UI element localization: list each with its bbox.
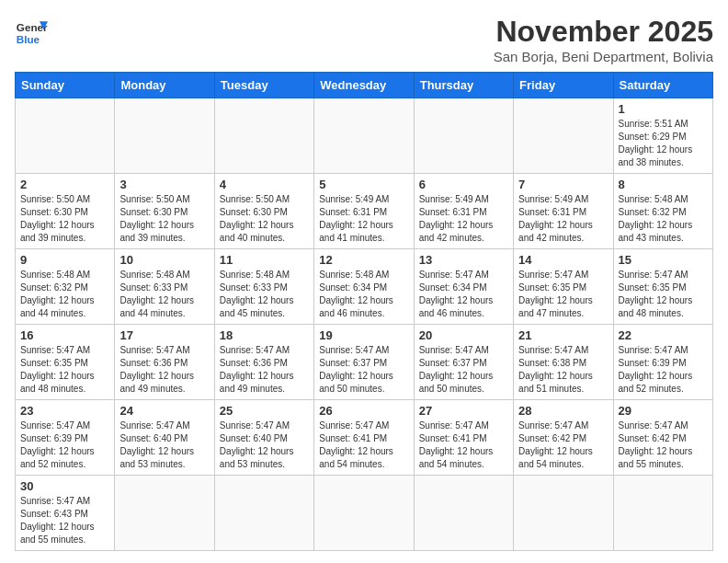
day-number: 14 (518, 253, 608, 267)
page-header: General Blue November 2025 San Borja, Be… (15, 15, 713, 64)
calendar-cell: 7Sunrise: 5:49 AM Sunset: 6:31 PM Daylig… (514, 174, 613, 249)
day-number: 13 (419, 253, 508, 267)
calendar-cell (214, 98, 313, 174)
calendar-cell (16, 98, 115, 174)
day-info: Sunrise: 5:50 AM Sunset: 6:30 PM Dayligh… (20, 193, 109, 245)
calendar-cell (514, 98, 613, 174)
day-info: Sunrise: 5:47 AM Sunset: 6:39 PM Dayligh… (20, 419, 109, 471)
day-number: 2 (20, 178, 109, 191)
calendar-cell: 28Sunrise: 5:47 AM Sunset: 6:42 PM Dayli… (514, 400, 613, 476)
day-number: 5 (319, 178, 408, 191)
day-info: Sunrise: 5:49 AM Sunset: 6:31 PM Dayligh… (319, 193, 408, 245)
day-number: 12 (319, 253, 408, 267)
calendar-cell: 3Sunrise: 5:50 AM Sunset: 6:30 PM Daylig… (115, 174, 214, 249)
day-info: Sunrise: 5:47 AM Sunset: 6:39 PM Dayligh… (619, 344, 708, 396)
calendar-cell: 1Sunrise: 5:51 AM Sunset: 6:29 PM Daylig… (613, 98, 712, 174)
day-number: 17 (119, 328, 209, 342)
calendar-cell: 17Sunrise: 5:47 AM Sunset: 6:36 PM Dayli… (115, 325, 214, 400)
day-info: Sunrise: 5:47 AM Sunset: 6:40 PM Dayligh… (220, 419, 309, 471)
calendar-cell: 14Sunrise: 5:47 AM Sunset: 6:35 PM Dayli… (514, 249, 613, 325)
day-number: 22 (619, 328, 708, 342)
day-number: 28 (518, 404, 608, 418)
column-header-friday: Friday (514, 73, 613, 98)
column-header-tuesday: Tuesday (214, 73, 313, 98)
calendar-cell: 26Sunrise: 5:47 AM Sunset: 6:41 PM Dayli… (314, 400, 414, 476)
day-info: Sunrise: 5:47 AM Sunset: 6:35 PM Dayligh… (20, 344, 109, 396)
calendar-cell: 6Sunrise: 5:49 AM Sunset: 6:31 PM Daylig… (414, 174, 513, 249)
day-number: 4 (220, 178, 309, 191)
calendar-cell (314, 476, 414, 551)
generalblue-logo-icon: General Blue (15, 15, 48, 48)
calendar-cell: 20Sunrise: 5:47 AM Sunset: 6:37 PM Dayli… (414, 325, 513, 400)
calendar-cell: 23Sunrise: 5:47 AM Sunset: 6:39 PM Dayli… (16, 400, 115, 476)
calendar-cell (115, 98, 214, 174)
calendar-cell: 22Sunrise: 5:47 AM Sunset: 6:39 PM Dayli… (613, 325, 712, 400)
calendar-cell: 18Sunrise: 5:47 AM Sunset: 6:36 PM Dayli… (214, 325, 313, 400)
day-info: Sunrise: 5:47 AM Sunset: 6:37 PM Dayligh… (419, 344, 508, 396)
calendar-cell: 25Sunrise: 5:47 AM Sunset: 6:40 PM Dayli… (214, 400, 313, 476)
calendar-cell: 29Sunrise: 5:47 AM Sunset: 6:42 PM Dayli… (613, 400, 712, 476)
day-number: 15 (619, 253, 708, 267)
calendar-week-row: 9Sunrise: 5:48 AM Sunset: 6:32 PM Daylig… (16, 249, 713, 325)
day-number: 11 (220, 253, 309, 267)
day-info: Sunrise: 5:50 AM Sunset: 6:30 PM Dayligh… (220, 193, 309, 245)
day-number: 7 (518, 178, 608, 191)
day-number: 20 (419, 328, 508, 342)
calendar-cell: 5Sunrise: 5:49 AM Sunset: 6:31 PM Daylig… (314, 174, 414, 249)
day-info: Sunrise: 5:49 AM Sunset: 6:31 PM Dayligh… (419, 193, 508, 245)
calendar-cell: 27Sunrise: 5:47 AM Sunset: 6:41 PM Dayli… (414, 400, 513, 476)
day-info: Sunrise: 5:47 AM Sunset: 6:36 PM Dayligh… (119, 344, 209, 396)
calendar-table: SundayMondayTuesdayWednesdayThursdayFrid… (15, 72, 713, 551)
day-number: 19 (319, 328, 408, 342)
calendar-cell (314, 98, 414, 174)
day-info: Sunrise: 5:50 AM Sunset: 6:30 PM Dayligh… (119, 193, 209, 245)
day-info: Sunrise: 5:47 AM Sunset: 6:34 PM Dayligh… (419, 269, 508, 320)
calendar-cell (414, 476, 513, 551)
day-number: 25 (220, 404, 309, 418)
day-number: 16 (20, 328, 109, 342)
calendar-week-row: 23Sunrise: 5:47 AM Sunset: 6:39 PM Dayli… (16, 400, 713, 476)
calendar-cell: 8Sunrise: 5:48 AM Sunset: 6:32 PM Daylig… (613, 174, 712, 249)
column-header-saturday: Saturday (613, 73, 712, 98)
calendar-cell: 11Sunrise: 5:48 AM Sunset: 6:33 PM Dayli… (214, 249, 313, 325)
day-info: Sunrise: 5:47 AM Sunset: 6:35 PM Dayligh… (518, 269, 608, 320)
day-info: Sunrise: 5:48 AM Sunset: 6:32 PM Dayligh… (619, 193, 708, 245)
column-header-monday: Monday (115, 73, 214, 98)
day-info: Sunrise: 5:47 AM Sunset: 6:35 PM Dayligh… (619, 269, 708, 320)
day-number: 29 (619, 404, 708, 418)
day-info: Sunrise: 5:47 AM Sunset: 6:37 PM Dayligh… (319, 344, 408, 396)
calendar-week-row: 2Sunrise: 5:50 AM Sunset: 6:30 PM Daylig… (16, 174, 713, 249)
column-header-wednesday: Wednesday (314, 73, 414, 98)
calendar-cell: 19Sunrise: 5:47 AM Sunset: 6:37 PM Dayli… (314, 325, 414, 400)
day-info: Sunrise: 5:47 AM Sunset: 6:41 PM Dayligh… (319, 419, 408, 471)
calendar-cell: 2Sunrise: 5:50 AM Sunset: 6:30 PM Daylig… (16, 174, 115, 249)
day-number: 3 (119, 178, 209, 191)
day-number: 24 (119, 404, 209, 418)
month-title: November 2025 (494, 15, 713, 49)
day-info: Sunrise: 5:48 AM Sunset: 6:33 PM Dayligh… (119, 269, 209, 320)
calendar-cell (214, 476, 313, 551)
day-info: Sunrise: 5:48 AM Sunset: 6:34 PM Dayligh… (319, 269, 408, 320)
day-number: 10 (119, 253, 209, 267)
day-info: Sunrise: 5:47 AM Sunset: 6:40 PM Dayligh… (119, 419, 209, 471)
calendar-cell (115, 476, 214, 551)
day-info: Sunrise: 5:47 AM Sunset: 6:42 PM Dayligh… (518, 419, 608, 471)
logo: General Blue (15, 15, 48, 48)
calendar-cell (613, 476, 712, 551)
day-info: Sunrise: 5:47 AM Sunset: 6:41 PM Dayligh… (419, 419, 508, 471)
day-number: 30 (20, 479, 109, 493)
day-info: Sunrise: 5:48 AM Sunset: 6:33 PM Dayligh… (220, 269, 309, 320)
calendar-cell: 13Sunrise: 5:47 AM Sunset: 6:34 PM Dayli… (414, 249, 513, 325)
column-header-sunday: Sunday (16, 73, 115, 98)
day-info: Sunrise: 5:47 AM Sunset: 6:43 PM Dayligh… (20, 495, 109, 546)
day-info: Sunrise: 5:49 AM Sunset: 6:31 PM Dayligh… (518, 193, 608, 245)
day-info: Sunrise: 5:47 AM Sunset: 6:42 PM Dayligh… (619, 419, 708, 471)
day-number: 9 (20, 253, 109, 267)
calendar-cell: 24Sunrise: 5:47 AM Sunset: 6:40 PM Dayli… (115, 400, 214, 476)
day-number: 8 (619, 178, 708, 191)
calendar-cell: 15Sunrise: 5:47 AM Sunset: 6:35 PM Dayli… (613, 249, 712, 325)
location-subtitle: San Borja, Beni Department, Bolivia (494, 49, 713, 64)
title-block: November 2025 San Borja, Beni Department… (494, 15, 713, 64)
calendar-week-row: 16Sunrise: 5:47 AM Sunset: 6:35 PM Dayli… (16, 325, 713, 400)
day-info: Sunrise: 5:48 AM Sunset: 6:32 PM Dayligh… (20, 269, 109, 320)
